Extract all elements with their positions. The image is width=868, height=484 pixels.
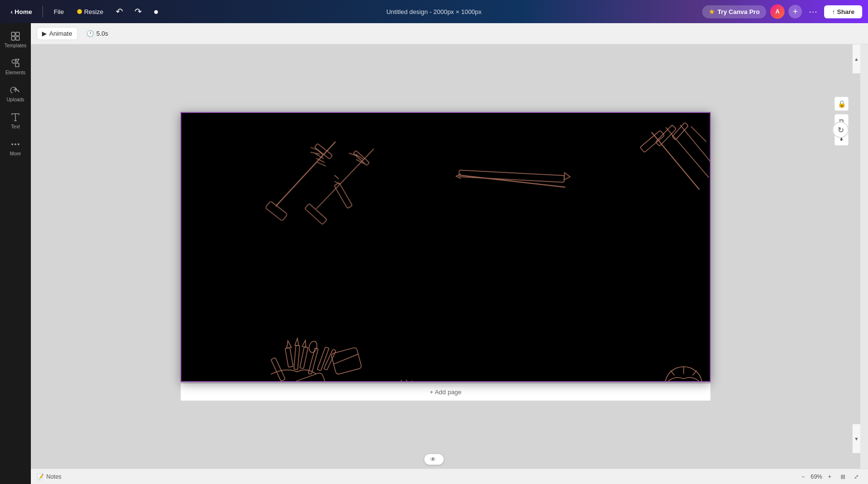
templates-icon: [10, 31, 21, 41]
svg-rect-54: [271, 358, 285, 381]
svg-rect-52: [317, 347, 329, 371]
templates-label: Templates: [4, 43, 27, 48]
home-button[interactable]: ‹ Home: [6, 6, 37, 17]
scroll-up-arrow[interactable]: ▲: [853, 44, 860, 73]
grid-view-button[interactable]: ⊞: [837, 471, 849, 483]
zoom-in-button[interactable]: +: [825, 472, 834, 481]
undo-button[interactable]: ↶: [112, 4, 127, 19]
try-pro-button[interactable]: ★ Try Canva Pro: [702, 5, 766, 18]
zoom-out-button[interactable]: −: [799, 472, 808, 481]
lock-button[interactable]: 🔒: [834, 97, 849, 111]
save-status-button[interactable]: ●: [149, 5, 163, 19]
file-button[interactable]: File: [49, 6, 68, 17]
uploads-icon: [10, 85, 21, 96]
svg-point-9: [18, 143, 20, 145]
sidebar-item-templates[interactable]: Templates: [2, 27, 29, 52]
svg-rect-45: [285, 347, 293, 367]
svg-line-17: [311, 152, 320, 154]
home-label: Home: [14, 8, 32, 15]
resize-dot: [77, 9, 82, 14]
design-canvas: [180, 112, 711, 382]
svg-point-51: [308, 340, 318, 353]
svg-marker-30: [564, 173, 570, 180]
chevron-left-icon: ‹: [11, 8, 13, 15]
file-label: File: [54, 8, 64, 15]
sidebar-item-more[interactable]: More: [2, 135, 29, 160]
svg-line-59: [406, 380, 413, 381]
animate-button[interactable]: ▶ Animate: [37, 27, 78, 40]
view-controls: ⊞ ⤢: [837, 471, 862, 483]
svg-rect-25: [334, 183, 353, 208]
svg-line-67: [692, 371, 696, 375]
svg-rect-18: [314, 143, 332, 159]
svg-rect-46: [294, 345, 299, 369]
canvas-area: 🔒 ⧉ ⬇ ↻ ▲ ▼: [31, 44, 860, 469]
text-label: Text: [11, 124, 20, 129]
page-indicator[interactable]: 👁: [424, 454, 444, 465]
nav-divider: [42, 6, 43, 17]
svg-rect-3: [16, 37, 19, 40]
animate-icon: ▶: [42, 30, 47, 37]
duration-button[interactable]: 🕐 5.0s: [81, 28, 113, 40]
add-collaborator-button[interactable]: +: [788, 5, 802, 18]
document-title: Untitled design - 2000px × 1000px: [386, 8, 482, 15]
star-icon: ★: [709, 8, 715, 15]
clock-icon: 🕐: [86, 30, 94, 37]
fit-button[interactable]: ⤢: [851, 471, 862, 483]
sidebar-item-elements[interactable]: Elements: [2, 54, 29, 79]
svg-line-35: [680, 125, 710, 166]
svg-line-58: [401, 380, 409, 381]
svg-rect-29: [459, 170, 565, 182]
svg-line-10: [276, 142, 336, 207]
user-avatar[interactable]: A: [770, 4, 785, 19]
canvas-controls: 🔒 ⧉ ⬇: [834, 97, 849, 146]
eye-icon: 👁: [430, 456, 436, 463]
more-icon: [10, 139, 21, 150]
svg-line-19: [316, 149, 374, 208]
uploads-label: Uploads: [7, 97, 25, 102]
left-sidebar: Templates Elements Uploads Text More: [0, 23, 31, 484]
svg-rect-1: [16, 32, 19, 36]
svg-rect-44: [263, 372, 336, 381]
sidebar-item-uploads[interactable]: Uploads: [2, 81, 29, 106]
svg-rect-2: [12, 37, 15, 40]
svg-rect-47: [299, 346, 308, 368]
canvas-decorations: [181, 113, 710, 381]
zoom-value: 69%: [811, 473, 822, 480]
svg-line-49: [333, 354, 359, 364]
svg-line-57: [396, 381, 405, 381]
nav-right: ★ Try Canva Pro A + ⋯ ↑ Share: [702, 4, 862, 19]
svg-point-7: [12, 143, 14, 145]
secondary-toolbar: ▶ Animate 🕐 5.0s: [31, 23, 868, 44]
bottom-bar: 📝 Notes − 69% + ⊞ ⤢: [31, 469, 868, 484]
svg-point-8: [14, 143, 16, 145]
share-icon: ↑: [832, 8, 835, 15]
svg-rect-20: [305, 204, 327, 225]
notes-label: Notes: [46, 473, 61, 480]
svg-line-15: [317, 162, 326, 166]
more-label: More: [10, 151, 21, 156]
notes-button[interactable]: 📝 Notes: [37, 473, 61, 480]
text-icon: [10, 112, 21, 123]
svg-marker-6: [15, 59, 19, 62]
svg-rect-5: [15, 63, 19, 67]
svg-rect-0: [12, 32, 15, 36]
notes-icon: 📝: [37, 473, 44, 480]
sidebar-item-text[interactable]: Text: [2, 108, 29, 133]
svg-line-37: [691, 126, 706, 142]
add-page-label: + Add page: [430, 388, 461, 396]
share-button[interactable]: ↑ Share: [824, 5, 862, 18]
svg-line-66: [671, 371, 675, 375]
animate-label: Animate: [49, 30, 72, 37]
svg-point-4: [12, 60, 15, 63]
add-page-bar[interactable]: + Add page: [180, 383, 711, 401]
duration-value: 5.0s: [96, 30, 108, 37]
redo-button[interactable]: ↷: [131, 4, 146, 19]
resize-button[interactable]: Resize: [72, 6, 108, 17]
more-options-button[interactable]: ⋯: [806, 4, 820, 19]
refresh-button[interactable]: ↻: [832, 122, 849, 138]
resize-label: Resize: [84, 8, 103, 15]
svg-line-26: [335, 175, 339, 179]
scroll-down-arrow[interactable]: ▼: [853, 424, 860, 453]
elements-label: Elements: [5, 70, 26, 75]
